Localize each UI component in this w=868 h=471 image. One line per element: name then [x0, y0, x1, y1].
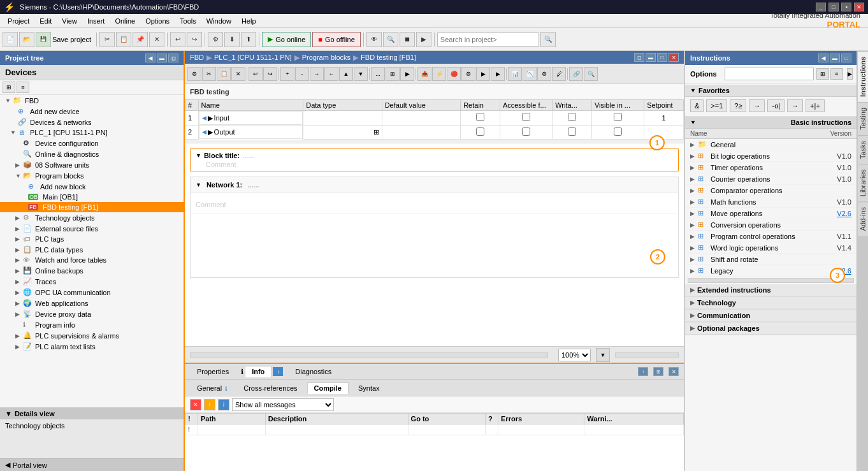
- inst-comparator[interactable]: ▶ ⊞ Comparator operations: [685, 185, 857, 196]
- et-btn22[interactable]: 📊: [508, 67, 522, 81]
- et-btn4[interactable]: ✕: [231, 67, 245, 81]
- paste-btn[interactable]: 📌: [133, 32, 148, 47]
- side-tab-instructions[interactable]: Instructions: [858, 51, 868, 102]
- tree-item-plc-alarm-texts[interactable]: ▶ 📝 PLC alarm text lists: [0, 341, 184, 352]
- communication-header[interactable]: ▶ Communication: [685, 310, 857, 322]
- inst-prog-control[interactable]: ▶ ⊞ Program control operations V1.1: [685, 231, 857, 242]
- compile-btn[interactable]: ⚙: [208, 32, 223, 47]
- tree-item-online-backups[interactable]: ▶ 💾 Online backups: [0, 265, 184, 276]
- inst-counter[interactable]: ▶ ⊞ Counter operations V1.0: [685, 173, 857, 185]
- et-btn18[interactable]: 🔴: [447, 67, 461, 81]
- menu-project[interactable]: Project: [3, 16, 34, 26]
- dv-btn1[interactable]: ⊞: [3, 82, 15, 93]
- row1-accessible-cb[interactable]: [522, 113, 530, 121]
- et-btn19[interactable]: ⚙: [461, 67, 475, 81]
- tree-item-program-blocks[interactable]: ▼ 📂 Program blocks: [0, 170, 184, 181]
- row2-visible[interactable]: [591, 125, 644, 139]
- tree-item-fbd-testing[interactable]: FB FBD testing [FB1]: [0, 202, 184, 212]
- redo-btn[interactable]: ↪: [187, 32, 202, 47]
- minimize-btn[interactable]: _: [816, 3, 826, 11]
- inst-conversion[interactable]: ▶ ⊞ Conversion operations: [685, 219, 857, 231]
- open-btn[interactable]: 📂: [19, 32, 34, 47]
- et-btn13[interactable]: ...: [371, 67, 385, 81]
- go-offline-btn[interactable]: ■ Go offline: [312, 32, 361, 47]
- editor-restore-btn[interactable]: ◻: [634, 53, 644, 62]
- fav-arrow1-btn[interactable]: →: [749, 99, 765, 112]
- props-close-btn[interactable]: ✕: [669, 367, 679, 376]
- et-btn15[interactable]: ▶: [400, 67, 414, 81]
- inst-vbtn1[interactable]: ⊞: [816, 68, 829, 80]
- tree-item-plc-tags[interactable]: ▶ 🏷 PLC tags: [0, 234, 184, 244]
- et-btn23[interactable]: 📉: [523, 67, 537, 81]
- et-btn27[interactable]: 🔍: [584, 67, 598, 81]
- row2-type[interactable]: ⊞: [303, 125, 382, 139]
- close-btn[interactable]: ✕: [854, 3, 864, 11]
- tree-item-add-device[interactable]: ⊕ Add new device: [0, 106, 184, 117]
- tab-properties[interactable]: Properties: [190, 366, 236, 377]
- row2-writable[interactable]: [553, 125, 592, 139]
- tree-item-plc-supervisions[interactable]: ▶ 🔔 PLC supervisions & alarms: [0, 330, 184, 341]
- zoom-scrollbar[interactable]: [615, 352, 679, 358]
- technology-header[interactable]: ▶ Technology: [685, 297, 857, 309]
- tab-general[interactable]: General ℹ: [190, 382, 234, 394]
- menu-help[interactable]: Help: [236, 16, 261, 26]
- row1-accessible[interactable]: [500, 111, 552, 126]
- et-btn20[interactable]: ▶: [476, 67, 490, 81]
- optional-packages-header[interactable]: ▶ Optional packages: [685, 322, 857, 335]
- menu-options[interactable]: Options: [140, 16, 175, 26]
- fav-q-btn[interactable]: ?≥: [730, 99, 746, 112]
- et-btn10[interactable]: ←: [324, 67, 338, 81]
- tree-item-traces[interactable]: ▶ 📈 Traces: [0, 276, 184, 287]
- menu-online[interactable]: Online: [110, 16, 140, 26]
- props-config-btn[interactable]: ⊞: [653, 367, 663, 376]
- inst-word-logic[interactable]: ▶ ⊞ Word logic operations V1.4: [685, 242, 857, 254]
- cut-btn[interactable]: ✂: [99, 32, 115, 47]
- row1-retain-cb[interactable]: [476, 113, 484, 121]
- editor-close-btn[interactable]: ✕: [669, 53, 679, 62]
- inst-max-btn[interactable]: □: [841, 54, 851, 62]
- row2-retain[interactable]: [461, 125, 500, 139]
- inst-timer[interactable]: ▶ ⊞ Timer operations V1.0: [685, 162, 857, 173]
- row1-default[interactable]: [382, 111, 460, 126]
- inst-min-btn[interactable]: ▬: [830, 54, 840, 62]
- basic-inst-header[interactable]: ▼ Basic instructions: [685, 117, 857, 129]
- tree-item-fbd[interactable]: ▼ 📁 FBD: [0, 95, 184, 106]
- row2-retain-cb[interactable]: [476, 127, 484, 136]
- row2-default[interactable]: [382, 125, 460, 139]
- row2-accessible[interactable]: [500, 125, 552, 139]
- row1-type[interactable]: [303, 111, 382, 126]
- props-expand-btn[interactable]: ↑: [638, 367, 648, 376]
- tree-collapse-btn[interactable]: ▬: [157, 54, 167, 62]
- et-btn26[interactable]: 🔗: [569, 67, 583, 81]
- inst-general[interactable]: ▶ 📁 General: [685, 139, 857, 150]
- inst-shift-rotate[interactable]: ▶ ⊞ Shift and rotate: [685, 254, 857, 265]
- row1-writable[interactable]: [553, 111, 592, 126]
- tab-diagnostics[interactable]: Diagnostics: [288, 366, 338, 377]
- search-btn[interactable]: 🔍: [540, 32, 556, 47]
- et-btn17[interactable]: ⚡: [432, 67, 446, 81]
- tree-item-plc1[interactable]: ▼ 🖥 PLC_1 [CPU 1511-1 PN]: [0, 127, 184, 138]
- delete-btn[interactable]: ✕: [149, 32, 164, 47]
- maximize-btn[interactable]: ▪: [841, 3, 851, 11]
- tree-item-ext-sources[interactable]: ▶ 📄 External source files: [0, 223, 184, 234]
- fav-neg-btn[interactable]: -o|: [767, 99, 785, 112]
- side-tab-add-ins[interactable]: Add-ins: [858, 201, 868, 236]
- dv-btn2[interactable]: ≡: [17, 82, 29, 93]
- fav-plus-btn[interactable]: +|+: [806, 99, 825, 112]
- tab-info[interactable]: Info: [245, 366, 271, 377]
- et-btn3[interactable]: 📋: [217, 67, 231, 81]
- copy-btn[interactable]: 📋: [116, 32, 131, 47]
- tree-item-plc-data-types[interactable]: ▶ 📋 PLC data types: [0, 244, 184, 255]
- favorites-title[interactable]: ▼ Favorites: [685, 85, 857, 97]
- et-btn8[interactable]: -: [295, 67, 309, 81]
- restore-btn[interactable]: □: [828, 3, 839, 11]
- et-btn11[interactable]: ▲: [339, 67, 353, 81]
- row2-name[interactable]: ◀ ▶ Output: [199, 125, 303, 139]
- tree-expand-btn[interactable]: ◻: [168, 54, 178, 62]
- row2-writable-cb[interactable]: [568, 127, 576, 136]
- menu-insert[interactable]: Insert: [82, 16, 110, 26]
- et-btn5[interactable]: ↩: [249, 67, 263, 81]
- download-btn[interactable]: ⬇: [224, 32, 240, 47]
- et-btn16[interactable]: 📥: [417, 67, 431, 81]
- inst-search-input[interactable]: [725, 68, 814, 80]
